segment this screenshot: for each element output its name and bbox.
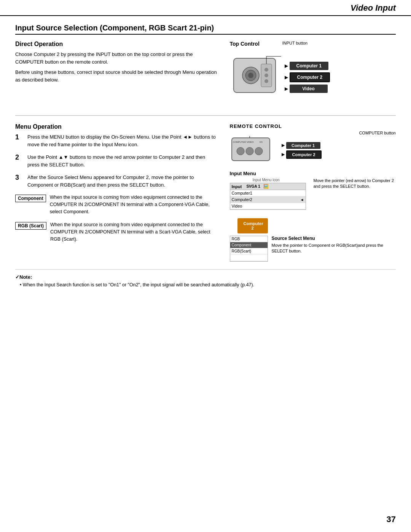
input-menu-with-text: Input Menu icon Input SVGA 1 🖼️ Computer… [230, 178, 396, 212]
remote-options: ▶ Computer 1 ▶ Computer 2 [282, 142, 322, 159]
svg-point-15 [255, 147, 263, 155]
source-menu-table: RGB Component RGB(Scart) [230, 236, 268, 262]
section-title: Input Source Selection (Component, RGB S… [15, 24, 396, 35]
source-menu-table-container: RGB Component RGB(Scart) [230, 236, 268, 262]
svg-point-3 [248, 73, 253, 78]
rgb-scart-note: RGB (Scart) When the input source is com… [15, 221, 218, 243]
step-1-text: Press the MENU button to display the On-… [27, 133, 218, 148]
source-select-text-container: Source Select Menu Move the pointer to C… [272, 236, 396, 254]
computer2-button: Computer 2 [237, 218, 268, 233]
direct-op-paragraph2: Before using these buttons, correct inpu… [15, 69, 218, 83]
remote-computer2: Computer 2 [286, 150, 322, 159]
source-row-empty [230, 254, 268, 261]
computer-button-label: COMPUTER button [359, 131, 396, 135]
remote-diagram: COMPUTER VIDEO I/O ▶ Computer 1 [230, 136, 396, 165]
menu-header-label: Input [232, 184, 242, 189]
direct-op-paragraph1: Choose Computer 2 by pressing the INPUT … [15, 51, 218, 66]
svg-text:I/O: I/O [260, 141, 263, 143]
rgb-scart-text: When the input source is coming from vid… [50, 221, 218, 243]
svg-point-5 [264, 68, 268, 72]
section-divider [15, 115, 396, 116]
top-control-section: Top Control INPUT button [230, 41, 396, 104]
svg-point-14 [246, 147, 253, 155]
svg-point-6 [264, 73, 268, 77]
remote-panel-svg: COMPUTER VIDEO I/O [230, 136, 276, 165]
page-header: Video Input [0, 0, 411, 16]
top-control-options: ▶ Computer 1 ▶ Computer 2 ▶ Video [285, 62, 330, 93]
step-1: 1 Press the MENU button to display the O… [15, 133, 218, 148]
page-title: Video Input [350, 3, 396, 13]
input-menu-icon-label: Input Menu icon [253, 178, 306, 182]
computer1-option: Computer 1 [290, 62, 329, 70]
source-row-rgb: RGB [230, 236, 268, 242]
input-menu-table-container: Input Menu icon Input SVGA 1 🖼️ Computer… [230, 178, 306, 212]
input-menu-left: Input Menu Input Menu icon Input SVGA 1 … [230, 171, 396, 216]
computer2-btn-line2: 2 [244, 226, 262, 230]
page-number: 37 [387, 514, 396, 524]
menu-table-header: Input SVGA 1 🖼️ [230, 183, 306, 190]
remote-computer1: Computer 1 [286, 142, 320, 149]
source-select-title: Source Select Menu [272, 236, 396, 241]
component-note: Component When the input source is comin… [15, 194, 218, 215]
rgb-scart-label: RGB (Scart) [15, 222, 46, 230]
main-content: Input Source Selection (Component, RGB S… [0, 16, 411, 304]
menu-move-text: Move the pointer (red arrow) to Computer… [314, 178, 396, 190]
menu-row-2-arrow: ◄ [300, 198, 304, 202]
direct-operation-col: Direct Operation Choose Computer 2 by pr… [15, 41, 218, 104]
input-menu-section: Input Menu Input Menu icon Input SVGA 1 … [230, 171, 396, 262]
menu-row-3-label: Video [232, 204, 304, 208]
input-menu-title: Input Menu [230, 171, 396, 176]
menu-operation-section: Menu Operation 1 Press the MENU button t… [15, 123, 396, 262]
note-bullet: • When the Input Search function is set … [15, 281, 396, 289]
component-text: When the input source is coming from vid… [50, 194, 218, 215]
top-section: Direct Operation Choose Computer 2 by pr… [15, 41, 396, 104]
remote-ctrl-label: REMOTE CONTROL [230, 123, 396, 129]
step-3-text: After the Source Select Menu appeared fo… [27, 174, 218, 189]
source-row-component: Component [230, 242, 268, 248]
remote-control-section: REMOTE CONTROL COMPUTER button COMPUTER … [230, 123, 396, 165]
computer2-btn-line1: Computer [244, 221, 262, 226]
menu-table: Input SVGA 1 🖼️ Computer1 Computer2 [230, 183, 306, 210]
menu-row-2-label: Computer2 [232, 197, 299, 202]
menu-op-left: Menu Operation 1 Press the MENU button t… [15, 123, 218, 262]
step-2-num: 2 [15, 153, 23, 168]
step-2-text: Use the Point ▲▼ buttons to move the red… [27, 153, 218, 168]
svg-point-7 [264, 79, 268, 83]
step-list: 1 Press the MENU button to display the O… [15, 133, 218, 189]
video-option: Video [290, 85, 328, 93]
svg-text:COMPUTER VIDEO: COMPUTER VIDEO [233, 141, 254, 143]
source-row-rgb-scart: RGB(Scart) [230, 248, 268, 254]
direct-operation-title: Direct Operation [15, 41, 218, 48]
projector-diagram [230, 51, 283, 104]
menu-op-right: REMOTE CONTROL COMPUTER button COMPUTER … [230, 123, 396, 262]
step-1-num: 1 [15, 133, 23, 148]
menu-row-computer1: Computer1 [230, 190, 306, 197]
source-select-text: Move the pointer to Component or RGB(Sca… [272, 243, 396, 254]
note-section: ✓Note: • When the Input Search function … [15, 269, 396, 289]
computer2-option: Computer 2 [290, 72, 330, 82]
svg-point-13 [237, 147, 244, 155]
step-3: 3 After the Source Select Menu appeared … [15, 174, 218, 189]
top-control-label: Top Control [230, 41, 260, 47]
menu-operation-title: Menu Operation [15, 123, 218, 130]
input-button-label: INPUT button [282, 41, 307, 45]
menu-row-1-label: Computer1 [232, 191, 304, 195]
note-heading: ✓Note: [15, 274, 396, 280]
top-control-col: Top Control INPUT button [230, 41, 396, 104]
menu-row-computer2: Computer2 ◄ [230, 197, 306, 203]
source-select-section: RGB Component RGB(Scart) Source Select M… [230, 236, 396, 262]
step-2: 2 Use the Point ▲▼ buttons to move the r… [15, 153, 218, 168]
step-3-num: 3 [15, 174, 23, 189]
menu-row-video: Video [230, 203, 306, 209]
component-label: Component [15, 195, 46, 202]
